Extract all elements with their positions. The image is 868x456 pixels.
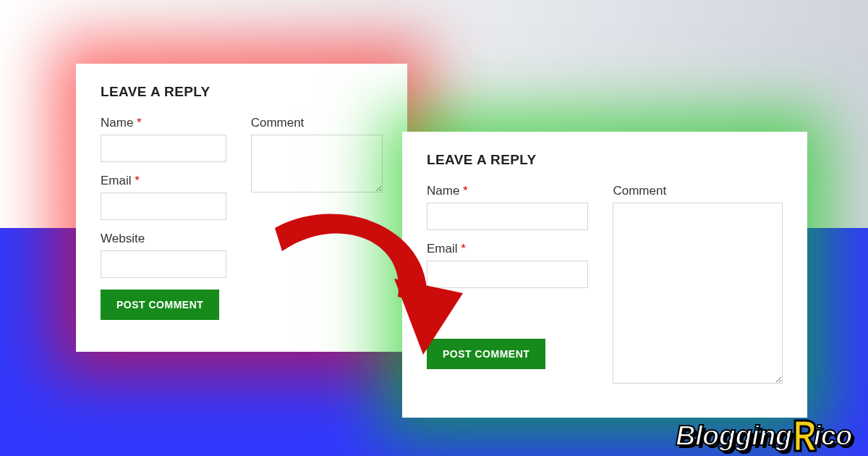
comment-label: Comment bbox=[613, 184, 783, 198]
name-field-group: Name * bbox=[427, 184, 588, 230]
comment-field-group: Comment bbox=[251, 116, 383, 195]
email-label: Email * bbox=[427, 242, 588, 256]
form-heading: LEAVE A REPLY bbox=[427, 152, 783, 168]
comment-label: Comment bbox=[251, 116, 383, 130]
email-label: Email * bbox=[101, 174, 226, 188]
name-input[interactable] bbox=[427, 203, 588, 230]
website-input[interactable] bbox=[101, 250, 226, 278]
brand-logo: Blogging ico bbox=[676, 421, 852, 452]
post-comment-button[interactable]: POST COMMENT bbox=[427, 339, 545, 369]
name-field-group: Name * bbox=[101, 116, 226, 162]
comment-form-before: LEAVE A REPLY Name * Email * Website POS… bbox=[76, 64, 407, 352]
required-mark: * bbox=[463, 184, 468, 198]
brand-text-part2: ico bbox=[814, 421, 852, 451]
name-input[interactable] bbox=[101, 135, 226, 162]
email-field-group: Email * bbox=[101, 174, 226, 220]
required-mark: * bbox=[137, 116, 142, 130]
left-column: Name * Email * Website POST COMMENT bbox=[101, 116, 226, 320]
email-input[interactable] bbox=[427, 261, 588, 288]
website-field-group: Website bbox=[101, 232, 226, 278]
comment-form-after: LEAVE A REPLY Name * Email * POST COMMEN… bbox=[402, 132, 807, 418]
brand-text-part1: Blogging bbox=[676, 421, 792, 451]
name-label: Name * bbox=[427, 184, 588, 198]
comment-field-group: Comment bbox=[613, 184, 783, 387]
website-label: Website bbox=[101, 232, 226, 246]
comment-textarea[interactable] bbox=[251, 135, 383, 193]
form-columns: Name * Email * Website POST COMMENT Comm… bbox=[101, 116, 383, 320]
form-heading: LEAVE A REPLY bbox=[101, 84, 383, 100]
left-column: Name * Email * POST COMMENT bbox=[427, 184, 588, 398]
email-field-group: Email * bbox=[427, 242, 588, 288]
required-mark: * bbox=[461, 242, 466, 256]
comment-textarea[interactable] bbox=[613, 203, 783, 384]
spacer bbox=[427, 300, 588, 339]
brand-r-icon bbox=[793, 421, 812, 451]
email-input[interactable] bbox=[101, 193, 226, 220]
name-label: Name * bbox=[101, 116, 226, 130]
form-columns: Name * Email * POST COMMENT Comment bbox=[427, 184, 783, 398]
required-mark: * bbox=[135, 174, 140, 187]
right-column: Comment bbox=[251, 116, 383, 320]
post-comment-button[interactable]: POST COMMENT bbox=[101, 290, 219, 320]
right-column: Comment bbox=[613, 184, 783, 398]
